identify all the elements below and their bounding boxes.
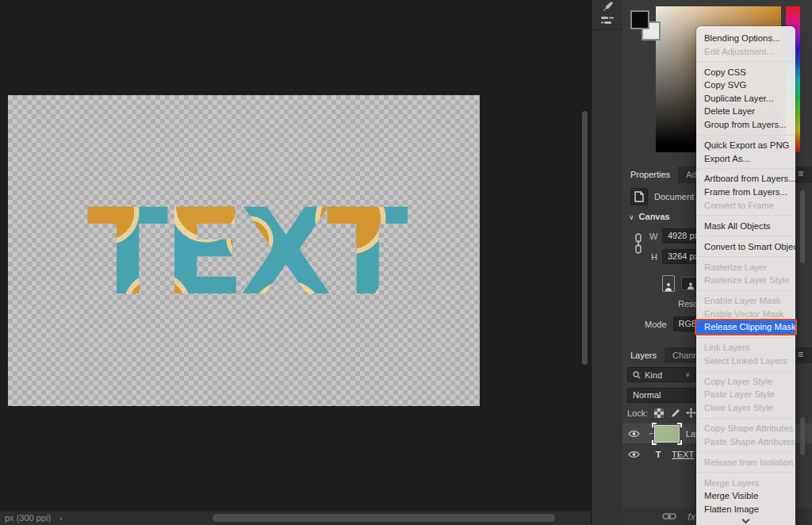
mode-label: Mode xyxy=(645,320,667,329)
chevron-down-icon: ∨ xyxy=(629,213,634,221)
orientation-row xyxy=(662,275,700,292)
link-layers-icon[interactable] xyxy=(662,512,676,520)
eyedropper-icon[interactable] xyxy=(592,0,623,13)
menu-separator xyxy=(696,61,795,62)
properties-scrollbar[interactable] xyxy=(800,190,805,263)
document-label: Document xyxy=(654,192,694,201)
brush-settings-icon[interactable] xyxy=(592,13,623,27)
menu-separator xyxy=(696,371,795,372)
menu-item-delete-layer[interactable]: Delete Layer xyxy=(696,105,795,118)
eye-icon[interactable] xyxy=(622,450,645,458)
menu-item-convert-to-frame: Convert to Frame xyxy=(696,199,795,213)
layer-name[interactable]: TEXT xyxy=(672,450,694,459)
tab-properties[interactable]: Properties xyxy=(622,167,678,183)
tab-layers[interactable]: Layers xyxy=(622,347,665,363)
menu-separator xyxy=(696,451,795,452)
layer-style-fx-icon[interactable]: fx xyxy=(688,511,695,523)
menu-separator xyxy=(696,418,795,419)
menu-separator xyxy=(696,215,795,216)
canvas-section-header[interactable]: ∨Canvas xyxy=(629,212,670,221)
menu-item-mask-all-objects[interactable]: Mask All Objects xyxy=(696,220,795,233)
layers-scrollbar[interactable] xyxy=(800,417,805,455)
menu-item-copy-shape-attributes: Copy Shape Attributes xyxy=(696,422,795,435)
height-label: H xyxy=(649,252,657,262)
menu-item-rasterize-layer-style: Rasterize Layer Style xyxy=(696,274,795,287)
canvas-section-label: Canvas xyxy=(639,212,670,221)
menu-item-clear-layer-style: Clear Layer Style xyxy=(696,401,795,415)
menu-separator xyxy=(696,135,795,136)
menu-item-frame-from-layers[interactable]: Frame from Layers... xyxy=(696,186,795,199)
tools-divider xyxy=(592,29,622,30)
lock-transparency-icon[interactable] xyxy=(654,408,664,418)
properties-panel-menu-icon[interactable]: ≡ xyxy=(798,170,809,178)
menu-item-release-clipping-mask[interactable]: Release Clipping Mask xyxy=(696,320,795,334)
vertical-scrollbar[interactable] xyxy=(582,111,588,365)
menu-item-convert-to-smart-object[interactable]: Convert to Smart Object xyxy=(696,240,795,254)
lock-label: Lock: xyxy=(627,408,648,418)
menu-separator xyxy=(696,236,795,236)
menu-item-duplicate-layer[interactable]: Duplicate Layer... xyxy=(696,92,795,105)
lock-paint-icon[interactable] xyxy=(670,408,680,418)
pasteboard: TEXT xyxy=(0,0,591,512)
menu-item-merge-visible[interactable]: Merge Visible xyxy=(696,489,795,503)
text-artwork: TEXT xyxy=(87,189,428,324)
document-row[interactable]: Document xyxy=(630,188,694,205)
menu-item-merge-layers: Merge Layers xyxy=(696,477,795,490)
menu-item-edit-adjustment: Edit Adjustment... xyxy=(696,45,795,59)
filter-kind-label: Kind xyxy=(645,370,662,380)
menu-item-flatten-image[interactable]: Flatten Image xyxy=(696,503,795,516)
search-icon xyxy=(633,371,641,379)
menu-separator xyxy=(696,472,795,473)
eye-icon[interactable] xyxy=(622,430,645,438)
chevron-down-icon: ∨ xyxy=(685,371,690,378)
text-layer-icon: T xyxy=(651,450,665,459)
menu-item-copy-svg[interactable]: Copy SVG xyxy=(696,79,795,92)
menu-item-enable-vector-mask: Enable Vector Mask xyxy=(696,308,795,321)
foreground-color-swatch[interactable] xyxy=(630,10,649,29)
menu-item-rasterize-layer: Rasterize Layer xyxy=(696,261,795,274)
menu-separator xyxy=(696,168,795,169)
link-dimensions-icon[interactable] xyxy=(634,233,643,254)
tools-column xyxy=(591,0,622,525)
document-icon xyxy=(630,188,648,205)
menu-separator xyxy=(696,256,795,257)
layers-panel-menu-icon[interactable]: ≡ xyxy=(798,351,809,358)
menu-item-artboard-from-layers[interactable]: Artboard from Layers... xyxy=(696,172,795,186)
menu-separator xyxy=(696,337,795,338)
photoshop-window: TEXT px (300 ppi) › Properties Adjustmen xyxy=(0,0,812,525)
menu-item-export-as[interactable]: Export As... xyxy=(696,152,795,166)
layer-thumbnail[interactable] xyxy=(654,425,680,443)
document-canvas[interactable]: TEXT xyxy=(8,95,480,406)
filter-kind-dropdown[interactable]: Kind ∨ xyxy=(627,367,695,382)
lock-position-icon[interactable] xyxy=(686,408,696,418)
horizontal-scrollbar[interactable] xyxy=(213,514,555,522)
menu-separator xyxy=(696,290,795,291)
menu-item-paste-shape-attributes: Paste Shape Attributes xyxy=(696,435,795,449)
menu-item-blending-options[interactable]: Blending Options... xyxy=(696,32,795,45)
menu-item-copy-css[interactable]: Copy CSS xyxy=(696,66,795,79)
status-chevron-icon[interactable]: › xyxy=(59,514,62,523)
menu-scroll-down-icon[interactable] xyxy=(696,515,795,525)
menu-item-group-from-layers[interactable]: Group from Layers... xyxy=(696,118,795,132)
portrait-orientation-icon[interactable] xyxy=(662,275,675,292)
menu-item-copy-layer-style: Copy Layer Style xyxy=(696,375,795,389)
layer-context-menu: Blending Options...Edit Adjustment...Cop… xyxy=(696,26,795,525)
width-label: W xyxy=(649,232,657,241)
menu-item-release-from-isolation: Release from Isolation xyxy=(696,456,795,469)
menu-item-paste-layer-style: Paste Layer Style xyxy=(696,388,795,401)
menu-item-enable-layer-mask: Enable Layer Mask xyxy=(696,294,795,308)
document-info: px (300 ppi) xyxy=(5,513,51,523)
menu-item-link-layers: Link Layers xyxy=(696,341,795,354)
blend-mode-dropdown[interactable]: Normal xyxy=(627,388,695,403)
menu-item-select-linked-layers: Select Linked Layers xyxy=(696,354,795,368)
menu-item-quick-export-as-png[interactable]: Quick Export as PNG xyxy=(696,139,795,152)
